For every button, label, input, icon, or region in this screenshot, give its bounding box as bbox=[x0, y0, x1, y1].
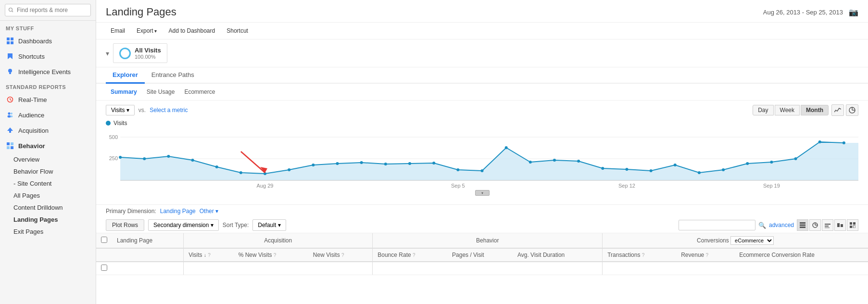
svg-point-13 bbox=[11, 115, 13, 117]
sidebar-item-realtime[interactable]: Real-Time bbox=[0, 92, 96, 107]
time-btn-week[interactable]: Week bbox=[775, 105, 800, 115]
advanced-link[interactable]: advanced bbox=[769, 222, 794, 228]
sidebar-item-dashboards[interactable]: Dashboards bbox=[0, 33, 96, 49]
view-btn-bar[interactable] bbox=[822, 219, 833, 231]
th-sub-landing-page bbox=[112, 248, 184, 262]
sidebar-item-audience-label: Audience bbox=[18, 112, 44, 119]
sidebar-subitem-landing-pages[interactable]: Landing Pages bbox=[0, 214, 96, 226]
table-search-input[interactable] bbox=[679, 220, 755, 230]
sub-tab-site-usage[interactable]: Site Usage bbox=[142, 87, 180, 97]
svg-rect-19 bbox=[11, 146, 13, 149]
time-btn-day[interactable]: Day bbox=[753, 105, 773, 115]
transactions-info-icon[interactable]: ? bbox=[642, 253, 645, 258]
th-pct-new-visits: % New Visits ? bbox=[234, 248, 308, 262]
shortcut-button[interactable]: Shortcut bbox=[222, 25, 253, 36]
tab-explorer[interactable]: Explorer bbox=[106, 67, 145, 84]
view-buttons bbox=[797, 219, 858, 231]
sub-tab-ecommerce[interactable]: Ecommerce bbox=[179, 87, 220, 97]
visits-cell bbox=[184, 262, 234, 275]
segment-circle-icon bbox=[119, 48, 131, 59]
pages-visit-cell bbox=[447, 262, 513, 275]
revenue-info-icon[interactable]: ? bbox=[706, 253, 709, 258]
view-btn-table[interactable] bbox=[797, 219, 808, 231]
conversions-dropdown[interactable]: eCommerce bbox=[730, 236, 774, 245]
sort-visits-icon[interactable]: ↓ bbox=[204, 253, 206, 258]
svg-point-52 bbox=[650, 169, 653, 172]
view-btn-pie[interactable] bbox=[809, 219, 821, 231]
chart-container: 500 250 bbox=[96, 127, 868, 204]
chart-scroll-button[interactable]: ▾ bbox=[475, 190, 490, 196]
svg-point-47 bbox=[529, 161, 532, 164]
clock-icon bbox=[6, 95, 14, 104]
sidebar-item-behavior[interactable]: Behavior bbox=[0, 138, 96, 153]
sidebar-item-shortcuts-label: Shortcuts bbox=[18, 53, 45, 60]
select-metric-link[interactable]: Select a metric bbox=[150, 107, 188, 114]
bounce-rate-info-icon[interactable]: ? bbox=[413, 253, 415, 258]
pie-chart-button[interactable] bbox=[846, 104, 858, 116]
sub-tab-summary[interactable]: Summary bbox=[106, 87, 142, 97]
export-button[interactable]: Export bbox=[132, 25, 162, 36]
new-visits-info-icon[interactable]: ? bbox=[341, 253, 344, 258]
behavior-icon bbox=[6, 141, 14, 150]
sidebar-subitem-all-pages[interactable]: All Pages bbox=[0, 190, 96, 202]
chart-type-buttons bbox=[831, 104, 858, 116]
time-buttons: Day Week Month bbox=[753, 105, 829, 115]
sidebar-subitem-site-content-header: - Site Content bbox=[0, 177, 96, 190]
tab-entrance-paths[interactable]: Entrance Paths bbox=[145, 67, 201, 84]
plot-rows-button[interactable]: Plot Rows bbox=[106, 219, 144, 231]
sidebar-item-dashboards-label: Dashboards bbox=[18, 38, 52, 45]
svg-point-33 bbox=[191, 159, 194, 162]
sidebar-item-audience[interactable]: Audience bbox=[0, 107, 96, 123]
sidebar-item-acquisition[interactable]: Acquisition bbox=[0, 123, 96, 138]
sidebar-subitem-behavior-flow[interactable]: Behavior Flow bbox=[0, 165, 96, 177]
svg-point-39 bbox=[336, 162, 339, 165]
revenue-cell bbox=[676, 262, 734, 275]
ecommerce-conversion-rate-cell bbox=[734, 262, 868, 275]
vs-label: vs. bbox=[138, 107, 146, 114]
row-checkbox[interactable] bbox=[101, 265, 107, 271]
pct-new-info-icon[interactable]: ? bbox=[274, 253, 277, 258]
svg-point-35 bbox=[239, 171, 242, 174]
sidebar-item-realtime-label: Real-Time bbox=[18, 96, 47, 103]
view-btn-compare[interactable] bbox=[834, 219, 846, 231]
svg-text:Aug 29: Aug 29 bbox=[257, 183, 274, 189]
svg-rect-76 bbox=[825, 228, 830, 228]
table-controls: Plot Rows Secondary dimension Sort Type:… bbox=[96, 217, 868, 233]
primary-dimension-landing-page[interactable]: Landing Page bbox=[160, 208, 196, 215]
sidebar: MY STUFF Dashboards Shortcuts Intelligen… bbox=[0, 0, 96, 304]
svg-text:Sep 5: Sep 5 bbox=[451, 183, 465, 189]
line-chart-button[interactable] bbox=[831, 104, 844, 116]
avg-visit-duration-cell bbox=[513, 262, 603, 275]
secondary-dimension-button[interactable]: Secondary dimension bbox=[148, 219, 219, 231]
transactions-cell bbox=[603, 262, 677, 275]
th-new-visits: New Visits ? bbox=[308, 248, 373, 262]
sidebar-subitem-content-drilldown[interactable]: Content Drilldown bbox=[0, 202, 96, 214]
sidebar-item-intelligence-events[interactable]: Intelligence Events bbox=[0, 64, 96, 79]
sidebar-subitem-exit-pages[interactable]: Exit Pages bbox=[0, 226, 96, 238]
primary-dimension-other[interactable]: Other bbox=[200, 208, 218, 215]
sort-type-label: Sort Type: bbox=[223, 222, 249, 228]
sidebar-item-shortcuts[interactable]: Shortcuts bbox=[0, 49, 96, 64]
metric-visits-button[interactable]: Visits bbox=[106, 105, 135, 115]
svg-text:Sep 12: Sep 12 bbox=[618, 183, 635, 189]
bounce-rate-cell bbox=[373, 262, 447, 275]
th-transactions: Transactions ? bbox=[603, 248, 677, 262]
segment-chevron-icon[interactable]: ▾ bbox=[106, 50, 109, 57]
sidebar-subitem-exit-pages-label: Exit Pages bbox=[13, 228, 43, 235]
add-to-dashboard-button[interactable]: Add to Dashboard bbox=[164, 25, 220, 36]
visits-info-icon[interactable]: ? bbox=[208, 253, 211, 258]
svg-point-53 bbox=[674, 164, 677, 166]
sidebar-subitem-behavior-flow-label: Behavior Flow bbox=[13, 168, 53, 175]
select-all-checkbox[interactable] bbox=[101, 237, 107, 243]
view-btn-pivot[interactable] bbox=[847, 219, 858, 231]
time-btn-month[interactable]: Month bbox=[801, 105, 829, 115]
email-button[interactable]: Email bbox=[106, 25, 130, 36]
camera-icon[interactable]: 📷 bbox=[849, 8, 858, 17]
search-input[interactable] bbox=[5, 4, 91, 16]
sidebar-subitem-overview[interactable]: Overview bbox=[0, 153, 96, 165]
svg-point-42 bbox=[408, 162, 411, 165]
svg-point-5 bbox=[8, 69, 12, 73]
sort-default-button[interactable]: Default bbox=[252, 219, 286, 231]
search-icon[interactable]: 🔍 bbox=[758, 222, 766, 229]
svg-point-59 bbox=[818, 140, 821, 143]
